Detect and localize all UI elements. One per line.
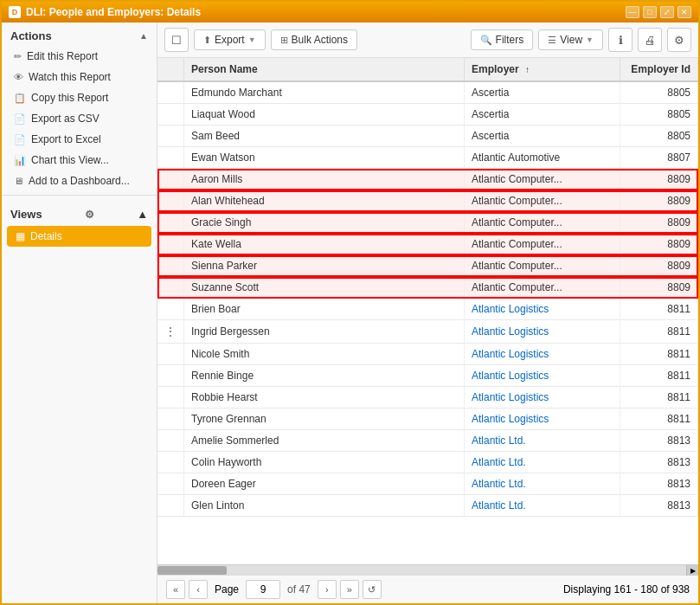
edit-icon: ✏ bbox=[14, 51, 22, 62]
views-gear-icon[interactable]: ⚙ bbox=[85, 209, 94, 221]
row-select-cell bbox=[157, 255, 184, 277]
col-employer-id[interactable]: Employer Id bbox=[620, 58, 698, 81]
row-select-cell bbox=[157, 365, 184, 387]
main-window: D DLI: People and Employers: Details — □… bbox=[0, 0, 700, 605]
settings-button[interactable]: ⚙ bbox=[667, 28, 691, 52]
excel-icon: 📄 bbox=[14, 134, 26, 145]
person-name-cell: Amelie Sommerled bbox=[184, 430, 465, 452]
employer-link[interactable]: Atlantic Ltd. bbox=[472, 499, 526, 512]
employer-id-cell: 8809 bbox=[620, 255, 698, 277]
employer-link[interactable]: Atlantic Logistics bbox=[472, 325, 549, 338]
refresh-icon: ↺ bbox=[368, 584, 376, 595]
person-name-cell: Sam Beed bbox=[184, 126, 465, 147]
table-row: Robbie HearstAtlantic Logistics8811 bbox=[157, 387, 698, 409]
minimize-button[interactable]: — bbox=[626, 6, 639, 18]
sidebar-divider bbox=[2, 195, 157, 196]
close-button[interactable]: ✕ bbox=[678, 6, 691, 18]
sidebar-item-edit[interactable]: ✏ Edit this Report bbox=[2, 46, 157, 67]
person-name-cell: Edmundo Marchant bbox=[184, 81, 465, 104]
sidebar-item-export-excel[interactable]: 📄 Export to Excel bbox=[2, 129, 157, 150]
table-row: Nicole SmithAtlantic Logistics8811 bbox=[157, 344, 698, 365]
employer-link[interactable]: Atlantic Ltd. bbox=[472, 478, 526, 490]
actions-label: Actions bbox=[10, 29, 52, 42]
refresh-button[interactable]: ↺ bbox=[363, 580, 382, 599]
col-employer[interactable]: Employer ↑ bbox=[465, 58, 620, 81]
employer-cell: Atlantic Computer... bbox=[465, 234, 620, 255]
employer-cell: Atlantic Logistics bbox=[465, 365, 620, 387]
filters-button[interactable]: 🔍 Filters bbox=[471, 29, 534, 50]
next-page-button[interactable]: › bbox=[318, 580, 337, 599]
details-grid-icon: ▦ bbox=[16, 230, 25, 242]
employer-link[interactable]: Atlantic Ltd. bbox=[472, 434, 526, 447]
row-select-cell bbox=[157, 190, 184, 212]
footer: « ‹ Page of 47 › » bbox=[157, 575, 698, 603]
horizontal-scrollbar[interactable]: ▶ bbox=[157, 564, 698, 575]
views-item-details[interactable]: ▦ Details bbox=[7, 226, 151, 247]
employer-link[interactable]: Atlantic Logistics bbox=[472, 303, 549, 315]
print-button[interactable]: 🖨 bbox=[638, 28, 662, 52]
employer-sort-icon: ↑ bbox=[525, 65, 530, 74]
employer-cell: Atlantic Computer... bbox=[465, 212, 620, 234]
employer-id-cell: 8813 bbox=[620, 430, 698, 452]
row-select-cell bbox=[157, 126, 184, 147]
export-button[interactable]: ⬆ Export ▼ bbox=[194, 29, 266, 50]
sidebar-item-export-csv[interactable]: 📄 Export as CSV bbox=[2, 108, 157, 129]
last-page-button[interactable]: » bbox=[340, 580, 359, 599]
sidebar-item-chart[interactable]: 📊 Chart this View... bbox=[2, 150, 157, 171]
row-action-dots[interactable]: ⋮ bbox=[164, 325, 177, 338]
select-all-button[interactable]: ☐ bbox=[164, 28, 189, 52]
table-row: Colin HayworthAtlantic Ltd.8813 bbox=[157, 452, 698, 473]
title-bar-controls: — □ ⤢ ✕ bbox=[626, 6, 691, 18]
table-container: Person Name Employer ↑ Employer Id bbox=[157, 58, 698, 564]
info-button[interactable]: ℹ bbox=[608, 28, 633, 52]
views-collapse-icon[interactable]: ▲ bbox=[137, 208, 148, 221]
person-name-cell: Suzanne Scott bbox=[184, 277, 465, 299]
employer-link[interactable]: Atlantic Logistics bbox=[472, 413, 549, 425]
employer-cell: Atlantic Automotive bbox=[465, 147, 620, 169]
row-select-cell bbox=[157, 473, 184, 495]
scroll-right-arrow[interactable]: ▶ bbox=[686, 565, 698, 576]
restore-button[interactable]: □ bbox=[643, 6, 657, 18]
employer-cell: Atlantic Computer... bbox=[465, 277, 620, 299]
sidebar-item-dashboard[interactable]: 🖥 Add to a Dashboard... bbox=[2, 171, 157, 191]
first-page-button[interactable]: « bbox=[166, 580, 185, 599]
view-label: View bbox=[560, 34, 582, 46]
employer-link[interactable]: Atlantic Logistics bbox=[472, 370, 549, 382]
person-name-cell: Sienna Parker bbox=[184, 255, 465, 277]
employer-link[interactable]: Atlantic Ltd. bbox=[472, 456, 526, 468]
scroll-thumb[interactable] bbox=[157, 566, 227, 575]
col-person-name[interactable]: Person Name bbox=[184, 58, 465, 81]
row-select-cell bbox=[157, 277, 184, 299]
sidebar-item-copy[interactable]: 📋 Copy this Report bbox=[2, 87, 157, 108]
table-row: Sam BeedAscertia8805 bbox=[157, 126, 698, 147]
views-header: Views ⚙ ▲ bbox=[2, 203, 157, 224]
person-name-cell: Robbie Hearst bbox=[184, 387, 465, 409]
bulk-actions-button[interactable]: ⊞ Bulk Actions bbox=[271, 29, 357, 50]
person-name-cell: Liaquat Wood bbox=[184, 104, 465, 126]
employer-link[interactable]: Atlantic Logistics bbox=[472, 391, 549, 403]
bulk-icon: ⊞ bbox=[280, 35, 288, 46]
employer-cell: Atlantic Logistics bbox=[465, 409, 620, 430]
col-employer-label: Employer bbox=[472, 63, 519, 75]
view-icon: ☰ bbox=[548, 35, 556, 46]
employer-cell: Ascertia bbox=[465, 104, 620, 126]
prev-page-icon: ‹ bbox=[196, 584, 200, 595]
row-select-cell bbox=[157, 104, 184, 126]
actions-collapse-icon[interactable]: ▲ bbox=[139, 31, 148, 41]
sidebar-item-watch[interactable]: 👁 Watch this Report bbox=[2, 67, 157, 87]
row-select-cell bbox=[157, 147, 184, 169]
employer-id-cell: 8805 bbox=[620, 126, 698, 147]
row-select-cell bbox=[157, 495, 184, 517]
edit-label: Edit this Report bbox=[27, 50, 98, 62]
app-icon: D bbox=[9, 6, 21, 18]
page-number-input[interactable] bbox=[246, 580, 280, 599]
row-select-cell bbox=[157, 409, 184, 430]
table-row: Amelie SommerledAtlantic Ltd.8813 bbox=[157, 430, 698, 452]
view-button[interactable]: ☰ View ▼ bbox=[538, 29, 603, 50]
employer-link[interactable]: Atlantic Logistics bbox=[472, 348, 549, 360]
maximize-button[interactable]: ⤢ bbox=[660, 6, 674, 18]
prev-page-button[interactable]: ‹ bbox=[189, 580, 208, 599]
person-name-cell: Glen Linton bbox=[184, 495, 465, 517]
employer-cell: Atlantic Logistics bbox=[465, 344, 620, 365]
filters-label: Filters bbox=[496, 34, 524, 46]
